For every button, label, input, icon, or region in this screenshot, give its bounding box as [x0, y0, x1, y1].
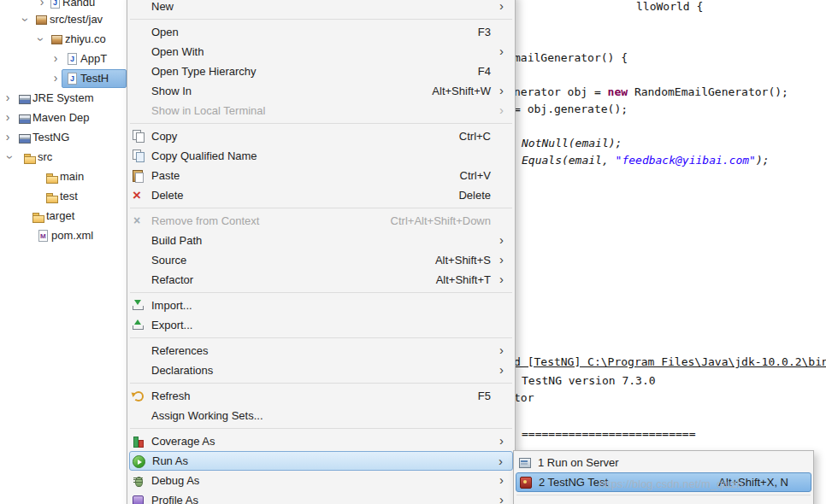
menu-separator	[130, 208, 512, 208]
icon-spacer	[131, 64, 145, 79]
submenu-arrow-icon	[499, 341, 508, 360]
library-icon	[17, 131, 31, 144]
menu-item-copy[interactable]: Copy Ctrl+C	[129, 126, 513, 146]
tree-item-label: zhiyu.co	[65, 30, 106, 49]
icon-spacer	[131, 25, 145, 40]
tree-item-src-test-java[interactable]: src/test/jav	[0, 10, 127, 29]
chevron-expanded-icon[interactable]	[31, 35, 50, 44]
menu-item-import[interactable]: Import...	[129, 296, 513, 315]
xml-file-icon	[36, 229, 50, 243]
refresh-icon	[131, 389, 145, 404]
tree-item-target-folder[interactable]: target	[0, 207, 127, 226]
chevron-expanded-icon[interactable]	[15, 15, 34, 24]
menu-item-build-path[interactable]: Build Path	[129, 231, 513, 250]
menu-item-refactor[interactable]: Refactor Alt+Shift+T	[129, 270, 513, 290]
menu-item-delete[interactable]: Delete Delete	[129, 185, 513, 205]
console-text: TestNG version 7.3.0	[522, 374, 656, 387]
code-text: );	[756, 154, 770, 167]
tree-item-label: test	[60, 187, 78, 206]
menu-item-paste[interactable]: Paste Ctrl+V	[129, 166, 513, 185]
menu-item-label: Open	[151, 26, 179, 38]
menu-item-show-in[interactable]: Show In Alt+Shift+W	[129, 81, 513, 101]
menu-item-refresh[interactable]: Refresh F5	[129, 386, 513, 406]
code-text: Equals(email,	[522, 154, 616, 167]
menu-item-copy-qualified-name[interactable]: Copy Qualified Name	[129, 146, 513, 166]
submenu-arrow-icon	[499, 231, 508, 250]
submenu-item-run-on-server[interactable]: 1 Run on Server	[516, 453, 811, 472]
menu-separator	[130, 123, 512, 124]
menu-separator	[130, 19, 512, 20]
folder-icon	[44, 170, 58, 184]
icon-spacer	[131, 273, 145, 288]
menu-item-label: Copy	[151, 130, 177, 143]
menu-item-label: Profile As	[151, 494, 198, 504]
menu-separator	[130, 337, 512, 338]
tree-item-testhelloworld[interactable]: TestH	[0, 69, 127, 88]
editor-code-line: mailGenerator() {	[514, 51, 628, 64]
menu-item-debug-as[interactable]: Debug As	[129, 471, 513, 490]
menu-item-assign-working-sets[interactable]: Assign Working Sets...	[129, 406, 513, 425]
paste-icon	[131, 168, 145, 184]
console-line: TestNG version 7.3.0	[522, 374, 656, 387]
editor-code-line: = obj.generate();	[514, 103, 628, 115]
icon-spacer	[131, 44, 145, 60]
library-icon	[17, 91, 31, 105]
submenu-arrow-icon	[499, 0, 508, 16]
console-text: ==========================	[522, 427, 696, 440]
chevron-expanded-icon[interactable]	[0, 153, 19, 161]
tree-item-zhiyu-package[interactable]: zhiyu.co	[0, 30, 127, 49]
chevron-collapsed-icon[interactable]	[51, 69, 60, 88]
tree-item-src-folder[interactable]: src	[0, 148, 127, 167]
menu-item-coverage-as[interactable]: Coverage As	[129, 431, 513, 451]
menu-item-profile-as[interactable]: Profile As	[129, 490, 513, 504]
editor-code-line: lloWorld {	[636, 0, 703, 13]
icon-spacer	[131, 343, 145, 359]
menu-item-references[interactable]: References	[129, 341, 513, 360]
keyword-new: new	[608, 85, 628, 98]
tree-item-apptest[interactable]: AppT	[0, 50, 127, 68]
tree-item-main-folder[interactable]: main	[0, 167, 127, 186]
tree-item-maven-dependencies[interactable]: Maven Dep	[0, 108, 127, 127]
export-icon	[131, 318, 145, 333]
tree-item-label: target	[46, 207, 74, 226]
tree-item-label: src	[38, 148, 52, 167]
menu-item-open[interactable]: Open F3	[129, 22, 513, 42]
menu-item-label: Run As	[152, 454, 188, 467]
menu-item-source[interactable]: Source Alt+Shift+S	[129, 250, 513, 270]
submenu-arrow-icon	[499, 431, 508, 451]
server-icon	[517, 455, 532, 471]
tree-item-pom-xml[interactable]: pom.xml	[0, 226, 127, 245]
package-icon	[50, 32, 63, 46]
menu-item-export[interactable]: Export...	[129, 315, 513, 335]
menu-item-label: Source	[151, 254, 186, 267]
menu-item-label: Show in Local Terminal	[151, 104, 265, 117]
delete-icon	[131, 188, 145, 203]
chevron-collapsed-icon[interactable]	[3, 108, 12, 127]
menu-shortcut: Alt+Shift+W	[432, 85, 491, 97]
menu-shortcut: Ctrl+Alt+Shift+Down	[391, 214, 491, 227]
menu-shortcut: F3	[478, 26, 491, 38]
menu-item-open-with[interactable]: Open With	[129, 42, 513, 62]
debug-icon	[131, 473, 145, 489]
submenu-arrow-icon	[499, 270, 508, 290]
submenu-item-run-configurations[interactable]: Run Configurations...	[516, 498, 811, 504]
menu-item-new[interactable]: New	[129, 0, 513, 16]
remove-context-icon	[131, 214, 145, 229]
chevron-collapsed-icon[interactable]	[3, 89, 12, 108]
context-menu: New Open F3 Open With Open Type Hierarch…	[127, 0, 516, 504]
menu-item-label: References	[151, 344, 208, 357]
menu-item-run-as[interactable]: Run As	[129, 451, 513, 471]
tree-item-test-folder[interactable]: test	[0, 187, 127, 206]
menu-item-declarations[interactable]: Declarations	[129, 360, 513, 380]
menu-separator	[130, 383, 512, 384]
menu-item-open-type-hierarchy[interactable]: Open Type Hierarchy F4	[129, 62, 513, 81]
tree-item-jre-system-library[interactable]: JRE System	[0, 89, 127, 108]
menu-item-label: Export...	[151, 319, 192, 331]
icon-spacer	[131, 253, 145, 268]
menu-item-label: Remove from Context	[151, 214, 259, 227]
chevron-collapsed-icon[interactable]	[3, 128, 12, 147]
tree-item-testng-library[interactable]: TestNG	[0, 128, 127, 147]
console-line: tor	[514, 391, 534, 404]
chevron-collapsed-icon[interactable]	[51, 50, 60, 68]
console-command-link[interactable]: d [TestNG] C:\Program Files\Java\jdk-10.…	[514, 355, 826, 368]
